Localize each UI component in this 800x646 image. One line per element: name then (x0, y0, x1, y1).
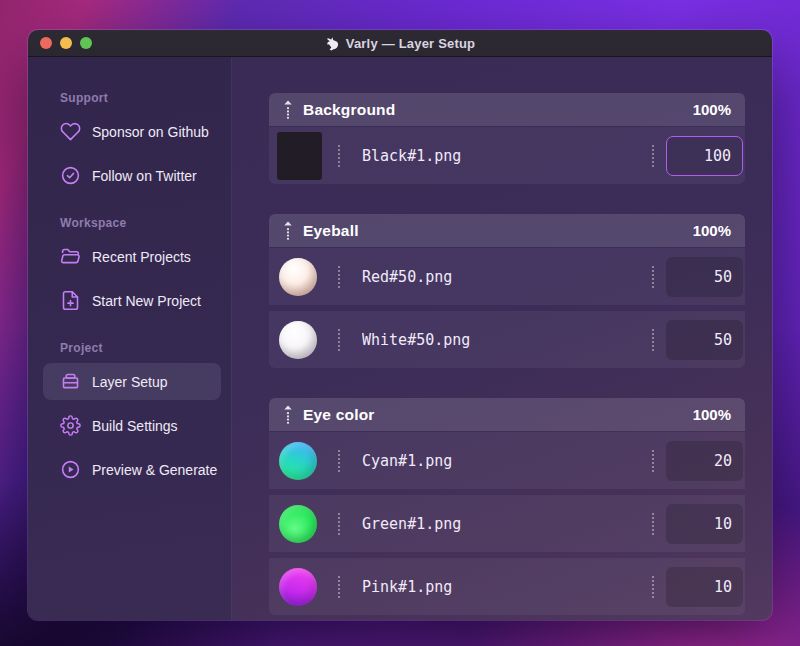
opacity-input[interactable] (666, 257, 743, 297)
layer-group-title: Background (303, 101, 395, 119)
sidebar-item-label: Sponsor on Github (92, 124, 209, 140)
layer-filename: Cyan#1.png (362, 452, 652, 470)
dotted-divider (652, 266, 654, 288)
dotted-divider (652, 576, 654, 598)
sidebar-item-follow-twitter[interactable]: Follow on Twitter (43, 157, 221, 194)
opacity-input[interactable] (666, 136, 743, 176)
layer-filename: White#50.png (362, 331, 652, 349)
dotted-divider (338, 145, 340, 167)
layer-setup-panel: Background 100% Black#1.png Eyeba (232, 57, 772, 620)
sidebar-item-start-new-project[interactable]: Start New Project (43, 282, 221, 319)
layer-group-title: Eyeball (303, 222, 359, 240)
dotted-divider (338, 513, 340, 535)
window-title: Varly — Layer Setup (346, 30, 476, 57)
badge-check-icon (60, 165, 81, 186)
layer-row: Pink#1.png (269, 558, 745, 615)
dotted-divider (652, 513, 654, 535)
dotted-divider (652, 329, 654, 351)
layer-row: Cyan#1.png (269, 432, 745, 489)
layer-thumbnail (279, 258, 317, 296)
dotted-divider (338, 450, 340, 472)
sidebar-item-label: Layer Setup (92, 374, 168, 390)
layer-filename: Red#50.png (362, 268, 652, 286)
layer-thumbnail (277, 132, 322, 180)
sidebar-item-sponsor-github[interactable]: Sponsor on Github (43, 113, 221, 150)
layer-filename: Green#1.png (362, 515, 652, 533)
dotted-divider (652, 145, 654, 167)
drag-handle-icon[interactable] (282, 99, 294, 121)
sidebar-item-preview-generate[interactable]: Preview & Generate (43, 451, 221, 488)
layer-thumbnail-box (277, 321, 338, 359)
sidebar-item-label: Follow on Twitter (92, 168, 197, 184)
layer-thumbnail-box (277, 258, 338, 296)
gear-icon (60, 415, 81, 436)
app-window: Varly — Layer Setup Support Sponsor on G… (28, 30, 772, 620)
dotted-divider (652, 450, 654, 472)
layer-group-eye-color: Eye color 100% Cyan#1.png Green#1.png (269, 398, 745, 615)
opacity-input[interactable] (666, 567, 743, 607)
sidebar-item-build-settings[interactable]: Build Settings (43, 407, 221, 444)
layer-group-weight: 100% (693, 101, 731, 118)
layer-row: Red#50.png (269, 248, 745, 305)
layer-thumbnail-box (277, 568, 338, 606)
folder-icon (60, 246, 81, 267)
sidebar-item-recent-projects[interactable]: Recent Projects (43, 238, 221, 275)
dotted-divider (338, 329, 340, 351)
sidebar-section-label-project: Project (60, 341, 231, 355)
layer-group-weight: 100% (693, 406, 731, 423)
opacity-input[interactable] (666, 441, 743, 481)
layer-row: White#50.png (269, 311, 745, 368)
layer-thumbnail (279, 321, 317, 359)
layer-row: Black#1.png (269, 127, 745, 184)
sidebar-section-label-workspace: Workspace (60, 216, 231, 230)
document-plus-icon (60, 290, 81, 311)
window-body: Support Sponsor on Github Follow on Twit… (28, 57, 772, 620)
layer-thumbnail (279, 505, 317, 543)
opacity-input[interactable] (666, 504, 743, 544)
layer-thumbnail (279, 568, 317, 606)
sidebar-item-label: Recent Projects (92, 249, 191, 265)
dotted-divider (338, 576, 340, 598)
layer-group-header: Background 100% (269, 93, 745, 126)
sidebar-item-layer-setup[interactable]: Layer Setup (43, 363, 221, 400)
unicorn-icon (325, 36, 340, 51)
titlebar[interactable]: Varly — Layer Setup (28, 30, 772, 57)
layer-group-weight: 100% (693, 222, 731, 239)
layer-group-eyeball: Eyeball 100% Red#50.png White#50.png (269, 214, 745, 368)
drag-handle-icon[interactable] (282, 404, 294, 426)
layer-filename: Black#1.png (362, 147, 652, 165)
sidebar-item-label: Build Settings (92, 418, 178, 434)
layer-thumbnail (279, 442, 317, 480)
layers-box-icon (60, 371, 81, 392)
layer-group-header: Eye color 100% (269, 398, 745, 431)
sidebar-item-label: Start New Project (92, 293, 201, 309)
layer-thumbnail-box (277, 505, 338, 543)
sidebar-item-label: Preview & Generate (92, 462, 217, 478)
dotted-divider (338, 266, 340, 288)
layer-row: Green#1.png (269, 495, 745, 552)
layer-group-background: Background 100% Black#1.png (269, 93, 745, 184)
layer-filename: Pink#1.png (362, 578, 652, 596)
sidebar-section-label-support: Support (60, 91, 231, 105)
heart-icon (60, 121, 81, 142)
layer-group-header: Eyeball 100% (269, 214, 745, 247)
layer-group-title: Eye color (303, 406, 375, 424)
play-circle-icon (60, 459, 81, 480)
sidebar: Support Sponsor on Github Follow on Twit… (28, 57, 232, 620)
desktop-background: { "window": { "title": "Varly — Layer Se… (0, 0, 800, 646)
drag-handle-icon[interactable] (282, 220, 294, 242)
window-title-area: Varly — Layer Setup (28, 30, 772, 56)
layer-thumbnail-box (277, 132, 338, 180)
layer-thumbnail-box (277, 442, 338, 480)
opacity-input[interactable] (666, 320, 743, 360)
